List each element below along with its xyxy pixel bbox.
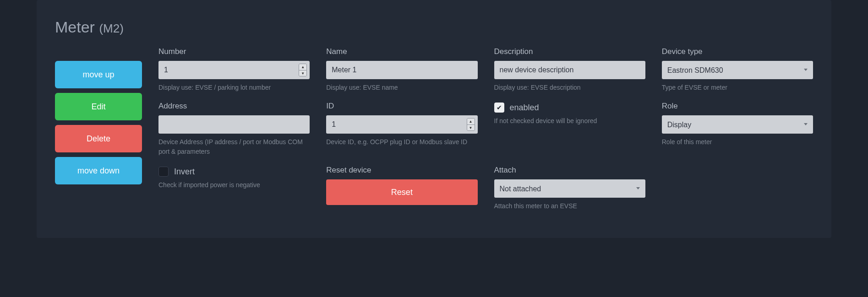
field-attach: Attach Not attached Attach this meter to…	[494, 166, 645, 211]
invert-checkbox[interactable]	[158, 167, 169, 177]
check-icon: ✔	[497, 104, 502, 111]
description-help: Display use: EVSE description	[494, 83, 645, 92]
page-title: Meter (M2)	[55, 18, 813, 36]
title-sub: (M2)	[99, 22, 123, 35]
field-address: Address Device Address (IP address / por…	[158, 102, 310, 157]
invert-help: Check if imported power is negative	[158, 180, 310, 190]
device-type-help: Type of EVSE or meter	[662, 83, 813, 92]
field-number: Number ▲▼ Display use: EVSE / parking lo…	[158, 47, 310, 92]
field-invert: Invert Check if imported power is negati…	[158, 166, 310, 211]
reset-label: Reset device	[326, 166, 477, 175]
field-id: ID ▲▼ Device ID, e.g. OCPP plug ID or Mo…	[326, 102, 477, 157]
action-bar: move up Edit Delete move down	[55, 47, 142, 211]
delete-button[interactable]: Delete	[55, 125, 142, 152]
field-reset: Reset device Reset	[326, 166, 477, 211]
device-type-label: Device type	[662, 47, 813, 56]
enabled-checkbox[interactable]: ✔	[494, 103, 504, 113]
id-label: ID	[326, 102, 477, 111]
name-input[interactable]	[326, 61, 477, 79]
address-label: Address	[158, 102, 310, 111]
attach-help: Attach this meter to an EVSE	[494, 201, 645, 211]
invert-label: Invert	[174, 167, 195, 177]
enabled-help: If not checked device will be ignored	[494, 116, 645, 126]
title-main: Meter	[55, 18, 95, 36]
role-help: Role of this meter	[662, 137, 813, 147]
field-name: Name Display use: EVSE name	[326, 47, 477, 92]
field-description: Description Display use: EVSE descriptio…	[494, 47, 645, 92]
enabled-label: enabled	[510, 103, 539, 113]
field-empty	[662, 166, 813, 211]
attach-select[interactable]: Not attached	[494, 179, 645, 198]
role-select[interactable]: Display	[662, 115, 813, 134]
move-down-button[interactable]: move down	[55, 157, 142, 184]
description-input[interactable]	[494, 61, 645, 79]
attach-label: Attach	[494, 166, 645, 175]
name-label: Name	[326, 47, 477, 56]
description-label: Description	[494, 47, 645, 56]
field-role: Role Display Role of this meter	[662, 102, 813, 157]
id-spinner[interactable]: ▲▼	[467, 118, 475, 131]
layout: move up Edit Delete move down Number ▲▼ …	[55, 47, 813, 211]
number-help: Display use: EVSE / parking lot number	[158, 83, 310, 92]
number-spinner[interactable]: ▲▼	[299, 64, 307, 76]
fields-grid: Number ▲▼ Display use: EVSE / parking lo…	[158, 47, 813, 211]
role-label: Role	[662, 102, 813, 111]
id-help: Device ID, e.g. OCPP plug ID or Modbus s…	[326, 137, 477, 147]
reset-button[interactable]: Reset	[326, 179, 477, 205]
move-up-button[interactable]: move up	[55, 61, 142, 88]
id-input[interactable]	[326, 115, 477, 134]
meter-panel: Meter (M2) move up Edit Delete move down…	[37, 0, 831, 238]
number-label: Number	[158, 47, 310, 56]
name-help: Display use: EVSE name	[326, 83, 477, 92]
device-type-select[interactable]: Eastron SDM630	[662, 61, 813, 79]
field-enabled: ✔ enabled If not checked device will be …	[494, 102, 645, 157]
number-input[interactable]	[158, 61, 310, 79]
edit-button[interactable]: Edit	[55, 93, 142, 120]
address-input[interactable]	[158, 115, 310, 134]
field-device-type: Device type Eastron SDM630 Type of EVSE …	[662, 47, 813, 92]
address-help: Device Address (IP address / port or Mod…	[158, 137, 310, 157]
